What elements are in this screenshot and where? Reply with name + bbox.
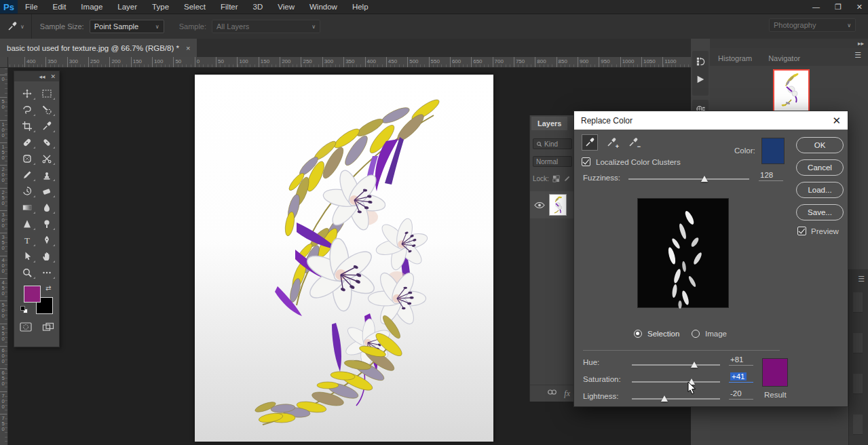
panel-menu-icon[interactable]: ☰ <box>854 51 861 60</box>
hue-slider[interactable] <box>632 364 720 366</box>
lasso-tool[interactable] <box>17 102 37 117</box>
menu-item[interactable]: Select <box>176 0 213 14</box>
panel-row[interactable] <box>853 414 863 435</box>
fuzziness-value-field[interactable]: 128 <box>759 171 783 181</box>
pen-tool[interactable] <box>37 232 56 248</box>
minimize-button[interactable]: — <box>812 3 820 11</box>
gradient-tool[interactable] <box>17 199 37 215</box>
restore-button[interactable]: ❐ <box>835 3 842 12</box>
lightness-value-field[interactable]: -20 <box>729 389 753 400</box>
type-tool[interactable]: T <box>17 232 37 248</box>
navigator-thumbnail[interactable] <box>774 71 808 111</box>
patch-tool[interactable] <box>17 151 37 166</box>
lightness-slider-thumb[interactable] <box>661 395 668 402</box>
saturation-value-field[interactable]: +41 <box>729 372 753 383</box>
lock-transparency-icon[interactable] <box>552 175 560 182</box>
panel-tab[interactable]: Navigator <box>760 51 808 66</box>
preview-checkbox[interactable] <box>797 227 806 235</box>
layer-filter-dropdown[interactable]: Kind <box>533 138 572 149</box>
current-tool-chip[interactable]: ∨ <box>0 14 32 39</box>
spot-healing-brush-tool[interactable] <box>17 134 37 150</box>
foreground-color-swatch[interactable] <box>24 286 41 303</box>
close-dialog-icon[interactable]: ✕ <box>832 115 841 127</box>
visibility-eye-icon[interactable] <box>534 201 545 209</box>
menu-item[interactable]: Filter <box>213 0 246 14</box>
history-brush-tool[interactable] <box>17 183 37 199</box>
save-button[interactable]: Save... <box>796 204 844 220</box>
image-radio[interactable] <box>692 330 700 338</box>
cancel-button[interactable]: Cancel <box>796 159 844 176</box>
fuzziness-slider[interactable] <box>628 178 749 180</box>
hue-value-field[interactable]: +81 <box>729 355 753 366</box>
document-tab[interactable]: basic tool used for texture.jpg @ 66.7% … <box>0 39 197 57</box>
close-panel-icon[interactable]: ✕ <box>50 73 56 80</box>
sample-size-dropdown[interactable]: Point Sample ∨ <box>90 20 164 33</box>
link-layers-icon[interactable] <box>547 389 557 395</box>
menu-item[interactable]: Type <box>145 0 176 14</box>
menu-item[interactable]: Window <box>302 0 345 14</box>
layer-style-fx-icon[interactable]: fx <box>564 389 570 399</box>
menu-item[interactable]: Layer <box>110 0 145 14</box>
lock-paint-icon[interactable] <box>563 175 571 182</box>
close-tab-icon[interactable]: × <box>186 44 190 52</box>
menu-item[interactable]: Help <box>345 0 376 14</box>
dodge-tool[interactable] <box>37 216 56 231</box>
hue-slider-thumb[interactable] <box>691 362 698 368</box>
workspace-dropdown[interactable]: Photography ∨ <box>769 18 856 32</box>
fuzziness-slider-thumb[interactable] <box>701 176 708 182</box>
path-select-tool[interactable] <box>17 248 37 264</box>
history-panel-icon[interactable] <box>696 56 706 66</box>
result-color-swatch[interactable] <box>762 358 788 387</box>
load-button[interactable]: Load... <box>796 182 844 198</box>
screen-mode-button[interactable] <box>42 322 54 332</box>
dialog-title-bar[interactable]: Replace Color ✕ <box>574 111 848 130</box>
pencil-tool[interactable] <box>17 167 37 182</box>
panel-tab[interactable]: Histogram <box>710 51 760 66</box>
vertical-ruler[interactable]: 0501001502002503003504004505005506006507… <box>0 68 8 445</box>
default-colors-icon[interactable] <box>20 306 29 314</box>
subtract-from-sample-eyedropper[interactable]: − <box>625 134 641 151</box>
panel-row[interactable] <box>853 292 863 313</box>
menu-item[interactable]: Image <box>73 0 110 14</box>
horizontal-ruler[interactable]: 4003503002502001501005005010015020025030… <box>8 57 691 68</box>
menu-item[interactable]: Edit <box>45 0 74 14</box>
blend-mode-dropdown[interactable]: Normal <box>533 156 572 167</box>
lightness-slider[interactable] <box>632 398 720 400</box>
sample-dropdown[interactable]: All Layers ∨ <box>212 20 320 33</box>
move-tool[interactable] <box>17 85 37 101</box>
hand-tool[interactable] <box>37 248 56 264</box>
menu-item[interactable]: View <box>270 0 302 14</box>
selection-radio[interactable] <box>634 330 642 338</box>
menu-item[interactable]: 3D <box>246 0 271 14</box>
blur-tool[interactable] <box>37 199 56 215</box>
layer-row[interactable] <box>530 191 574 218</box>
collapse-panel-icon[interactable]: ◂◂ <box>39 73 45 80</box>
actions-panel-icon[interactable] <box>696 75 705 84</box>
healing-brush-tool[interactable] <box>37 134 56 150</box>
sampled-color-swatch[interactable] <box>761 138 785 164</box>
quick-selection-tool[interactable] <box>37 102 56 117</box>
canvas-page[interactable] <box>195 75 493 442</box>
clone-stamp-tool[interactable] <box>37 167 56 182</box>
add-to-sample-eyedropper[interactable]: + <box>603 134 620 151</box>
close-button[interactable]: ✕ <box>856 3 863 12</box>
layer-thumbnail[interactable] <box>549 194 567 216</box>
panel-menu-icon[interactable]: ☰ <box>858 275 865 284</box>
crop-tool[interactable] <box>17 118 37 134</box>
more-tools-button[interactable] <box>37 265 56 280</box>
panel-row[interactable] <box>853 374 863 394</box>
eraser-tool[interactable] <box>37 183 56 199</box>
panel-row[interactable] <box>853 333 863 353</box>
sharpen-tool[interactable] <box>17 216 37 231</box>
eyedropper-tool[interactable] <box>37 118 56 134</box>
slice-tool[interactable] <box>37 151 56 166</box>
tab-layers[interactable]: Layers <box>531 117 567 130</box>
marquee-tool[interactable] <box>37 85 56 101</box>
zoom-tool[interactable] <box>17 265 37 280</box>
saturation-slider[interactable] <box>632 381 720 383</box>
localized-clusters-checkbox[interactable] <box>582 157 590 166</box>
swap-colors-icon[interactable]: ⇄ <box>45 284 51 292</box>
ok-button[interactable]: OK <box>796 137 844 153</box>
sample-color-eyedropper[interactable] <box>582 134 598 151</box>
quick-mask-button[interactable] <box>20 322 32 332</box>
